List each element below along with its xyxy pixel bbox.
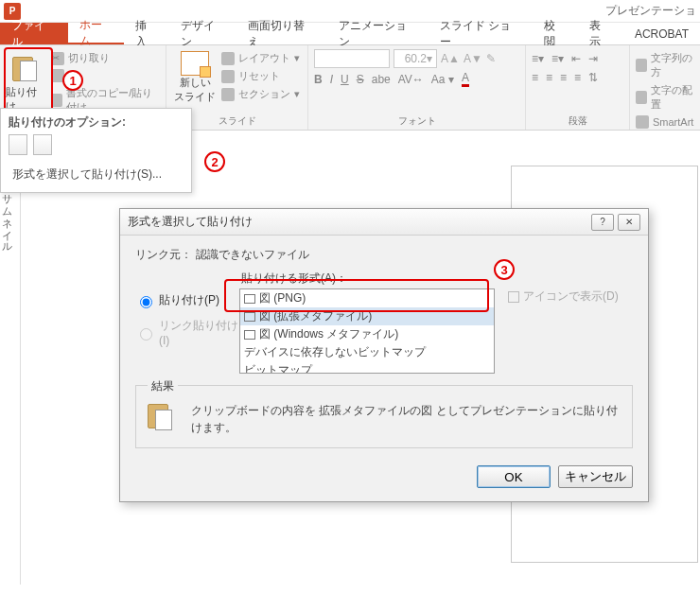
brush-icon [51,94,62,107]
group-font: 60.2 ▾ A▲ A▼ ✎ B I U S abe AV↔ Aa ▾ A フォ… [308,45,526,130]
ok-button[interactable]: OK [477,465,551,488]
result-text: クリップボードの内容を 拡張メタファイルの図 としてプレゼンテーションに貼り付け… [191,402,621,436]
list-item-bmp[interactable]: ビットマップ [240,361,494,374]
spacing-button[interactable]: AV↔ [398,73,424,86]
reset-button[interactable]: リセット [221,67,300,85]
tab-file[interactable]: ファイル [0,23,68,44]
dialog-title: 形式を選択して貼り付け [128,214,253,230]
format-label: 貼り付ける形式(A)： [241,271,633,287]
cut-button[interactable]: ✂ 切り取り [51,49,160,67]
tab-review[interactable]: 校閲 [533,23,578,44]
scissors-icon: ✂ [51,52,64,65]
result-label: 結果 [148,378,178,394]
group-font-label: フォント [314,114,519,128]
new-slide-icon [181,51,209,76]
format-listbox[interactable]: 図 (PNG) 図 (拡張メタファイル) 図 (Windows メタファイル) … [239,288,495,374]
strike-button[interactable]: S [357,73,364,86]
dialog-titlebar[interactable]: 形式を選択して貼り付け ? ✕ [120,209,648,236]
grow-font-icon[interactable]: A▲ [441,52,460,65]
cancel-button[interactable]: キャンセル [558,465,633,488]
ribbon-tabs: ファイル ホーム 挿入 デザイン 画面切り替え アニメーション スライド ショー… [0,23,700,45]
text-align-icon [636,91,647,104]
align-right-button[interactable]: ≡ [560,71,567,84]
layout-icon [221,52,235,65]
case-button[interactable]: Aa ▾ [431,73,454,86]
paste-icon [12,53,39,83]
list-item-wmf[interactable]: 図 (Windows メタファイル) [240,325,494,343]
italic-button[interactable]: I [330,73,333,86]
align-left-button[interactable]: ≡ [532,71,538,84]
link-source-value: 認識できないファイル [196,247,309,263]
help-button[interactable]: ? [591,214,614,231]
link-source-label: リンク元： [135,247,196,263]
tab-animations[interactable]: アニメーション [327,23,429,44]
smartart-button[interactable]: SmartArt [636,114,694,131]
cut-label: 切り取り [68,51,110,65]
align-center-button[interactable]: ≡ [546,71,552,84]
group-paragraph-extra: 文字列の方 文字の配置 SmartArt [630,45,700,130]
list-item-emf[interactable]: 図 (拡張メタファイル) [240,307,494,325]
tab-acrobat[interactable]: ACROBAT [623,23,700,44]
font-size-select[interactable]: 60.2 ▾ [394,49,437,68]
tab-slideshow[interactable]: スライド ショー [429,23,533,44]
callout-2: 2 [204,151,225,172]
section-button[interactable]: セクション ▾ [221,85,300,103]
tab-insert[interactable]: 挿入 [124,23,169,44]
copy-icon [51,69,64,82]
indent-out-button[interactable]: ⇤ [571,52,581,65]
bold-button[interactable]: B [314,73,323,86]
tab-view[interactable]: 表示 [578,23,623,44]
document-title: プレゼンテーショ [605,3,700,19]
bullets-button[interactable]: ≡▾ [532,52,544,65]
list-item-png[interactable]: 図 (PNG) [240,289,494,307]
radio-link-input [140,328,152,341]
radio-link-paste: リンク貼り付け(I) [135,318,239,347]
group-paragraph: ≡▾ ≡▾ ⇤ ⇥ ≡ ≡ ≡ ≡ ⇅ 段落 [526,45,630,130]
line-spacing-button[interactable]: ⇅ [588,71,598,84]
smartart-icon [636,115,649,129]
result-icon [148,402,180,438]
tab-home[interactable]: ホーム [68,23,125,44]
checkbox-icon [508,291,519,303]
shadow-button[interactable]: abe [372,73,391,86]
font-family-select[interactable] [314,49,390,68]
icon-display-checkbox: アイコンで表示(D) [508,288,619,305]
text-direction-button[interactable]: 文字列の方 [636,49,694,81]
new-slide-button[interactable]: 新しい スライド [172,49,218,104]
text-dir-icon [636,59,647,72]
reset-icon [221,70,235,83]
image-icon [244,294,255,304]
layout-button[interactable]: レイアウト ▾ [221,49,300,67]
thumbnail-pane[interactable]: サムネイル [0,131,21,585]
radio-paste[interactable]: 貼り付け(P) [135,292,239,308]
clear-format-icon[interactable]: ✎ [486,52,496,65]
paste-option-keep-source[interactable] [9,134,27,155]
image-icon [244,312,255,322]
font-color-button[interactable]: A [462,71,469,87]
list-item-dib[interactable]: デバイスに依存しないビットマップ [240,343,494,361]
underline-button[interactable]: U [341,73,349,86]
radio-paste-input[interactable] [140,296,152,308]
close-button[interactable]: ✕ [618,214,640,231]
indent-in-button[interactable]: ⇥ [588,52,598,65]
section-icon [221,88,235,101]
image-icon [244,330,255,340]
group-paragraph-label: 段落 [532,114,623,128]
new-slide-label: 新しい スライド [174,76,216,104]
text-align-button[interactable]: 文字の配置 [636,81,694,114]
tab-design[interactable]: デザイン [169,23,237,44]
numbering-button[interactable]: ≡▾ [551,52,564,65]
shrink-font-icon[interactable]: A▼ [464,52,482,65]
copy-button[interactable] [51,67,160,84]
tab-transitions[interactable]: 画面切り替え [236,23,326,44]
paste-special-menu-item[interactable]: 形式を選択して貼り付け(S)... [5,161,187,188]
justify-button[interactable]: ≡ [574,71,581,84]
paste-options-panel: 貼り付けのオプション: 形式を選択して貼り付け(S)... [0,108,192,193]
paste-options-title: 貼り付けのオプション: [1,109,191,134]
result-fieldset: 結果 クリップボードの内容を 拡張メタファイルの図 としてプレゼンテーションに貼… [135,385,633,448]
paste-special-dialog: 形式を選択して貼り付け ? ✕ リンク元： 認識できないファイル 貼り付ける形式… [119,208,649,502]
paste-option-picture[interactable] [33,134,52,155]
